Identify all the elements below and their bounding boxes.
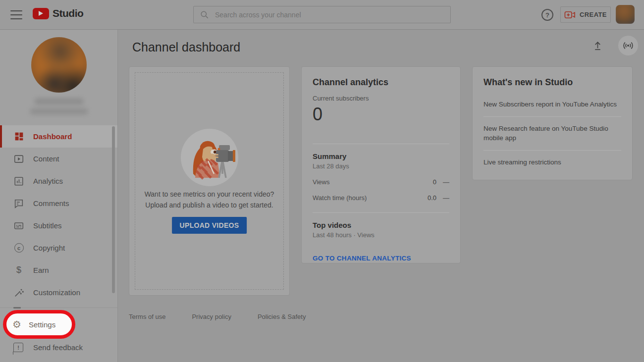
sidebar-scrollbar[interactable]: [112, 126, 115, 293]
whats-new-title: What's new in Studio: [483, 77, 621, 88]
policies-safety-link[interactable]: Policies & Safety: [258, 313, 306, 320]
help-icon[interactable]: ?: [541, 9, 553, 21]
divider: [483, 116, 621, 117]
metric-row-watch-time: Watch time (hours) 0.0—: [313, 194, 449, 202]
top-videos-title: Top videos: [313, 221, 449, 229]
customization-wand-icon: [13, 287, 24, 298]
account-avatar[interactable]: [616, 5, 635, 24]
copyright-icon: c: [13, 243, 24, 254]
hamburger-menu-icon[interactable]: [10, 10, 22, 19]
youtube-studio-dashboard: Studio ? CREATE Dashboard: [0, 0, 644, 362]
feedback-icon: !: [13, 343, 23, 352]
top-app-bar: Studio ? CREATE: [0, 0, 644, 30]
news-item[interactable]: Live streaming restrictions: [483, 157, 621, 167]
sidebar: Dashboard Content Analytics Comments: [0, 30, 118, 362]
main-content: Channel dashboard: [118, 30, 644, 362]
summary-period: Last 28 days: [313, 162, 449, 170]
analytics-card-title: Channel analytics: [313, 77, 449, 88]
analytics-icon: [13, 176, 24, 187]
gear-icon: ⚙: [12, 319, 21, 329]
content-icon: [13, 154, 24, 164]
news-item[interactable]: New Research feature on YouTube Studio m…: [483, 124, 621, 143]
subtitles-icon: [13, 220, 24, 231]
divider: [313, 144, 449, 144]
go-live-icon[interactable]: [618, 36, 638, 55]
channel-search-bar[interactable]: [193, 6, 451, 23]
terms-of-use-link[interactable]: Terms of use: [129, 313, 165, 320]
divider: [483, 150, 621, 151]
comments-icon: [13, 198, 24, 209]
youtube-studio-logo[interactable]: Studio: [33, 7, 83, 19]
news-item[interactable]: New Subscribers report in YouTube Analyt…: [483, 100, 621, 109]
top-videos-period: Last 48 hours · Views: [313, 231, 449, 239]
footer-links: Terms of use Privacy policy Policies & S…: [129, 313, 306, 320]
sidebar-item-analytics[interactable]: Analytics: [0, 170, 117, 192]
sidebar-item-earn[interactable]: $ Earn: [0, 259, 117, 281]
upload-icon[interactable]: [588, 36, 607, 55]
upload-videos-button[interactable]: UPLOAD VIDEOS: [172, 217, 247, 234]
trend-flat-icon: —: [443, 194, 449, 202]
sidebar-item-subtitles[interactable]: Subtitles: [0, 214, 117, 237]
sidebar-item-customization[interactable]: Customization: [0, 281, 117, 304]
earn-icon: $: [13, 265, 24, 276]
current-subscribers-label: Current subscribers: [313, 95, 449, 102]
channel-name-redacted: [35, 98, 83, 105]
channel-analytics-card: Channel analytics Current subscribers 0 …: [301, 66, 461, 263]
trend-flat-icon: —: [443, 178, 449, 186]
settings-annotation-highlight[interactable]: ⚙ Settings: [3, 310, 75, 339]
logo-text: Studio: [53, 7, 83, 19]
dashboard-icon: [13, 131, 24, 142]
summary-title: Summary: [313, 152, 449, 160]
create-video-icon: [564, 10, 576, 19]
sidebar-item-copyright[interactable]: c Copyright: [0, 237, 117, 259]
page-title: Channel dashboard: [132, 40, 240, 54]
create-label: CREATE: [580, 11, 607, 18]
sidebar-item-content[interactable]: Content: [0, 148, 117, 170]
current-subscribers-value: 0: [313, 104, 449, 125]
metric-row-views: Views 0—: [313, 178, 449, 186]
sidebar-item-send-feedback[interactable]: ! Send feedback: [0, 336, 117, 359]
header-action-icons: [588, 36, 638, 55]
dashboard-cards: Want to see metrics on your recent video…: [129, 66, 633, 296]
upload-video-card: Want to see metrics on your recent video…: [129, 66, 290, 296]
whats-new-card: What's new in Studio New Subscribers rep…: [472, 66, 633, 180]
partially-hidden-menu-icon: [13, 307, 21, 309]
upload-card-message: Want to see metrics on your recent video…: [129, 189, 289, 211]
go-to-channel-analytics-link[interactable]: GO TO CHANNEL ANALYTICS: [313, 255, 411, 262]
avatar-blur: [616, 5, 635, 24]
sidebar-item-comments[interactable]: Comments: [0, 192, 117, 214]
sidebar-item-dashboard[interactable]: Dashboard: [0, 125, 117, 148]
create-button[interactable]: CREATE: [560, 6, 611, 23]
privacy-policy-link[interactable]: Privacy policy: [192, 313, 231, 320]
sidebar-menu: Dashboard Content Analytics Comments: [0, 125, 117, 304]
divider: [313, 212, 449, 213]
search-icon: [200, 10, 209, 19]
camera-person-illustration: [178, 126, 241, 191]
channel-handle-redacted: [30, 108, 88, 114]
youtube-play-icon: [33, 8, 49, 19]
channel-avatar-blur: [31, 37, 87, 93]
sidebar-item-settings-label: Settings: [29, 320, 55, 329]
search-input[interactable]: [215, 11, 444, 19]
channel-avatar[interactable]: [31, 37, 87, 93]
